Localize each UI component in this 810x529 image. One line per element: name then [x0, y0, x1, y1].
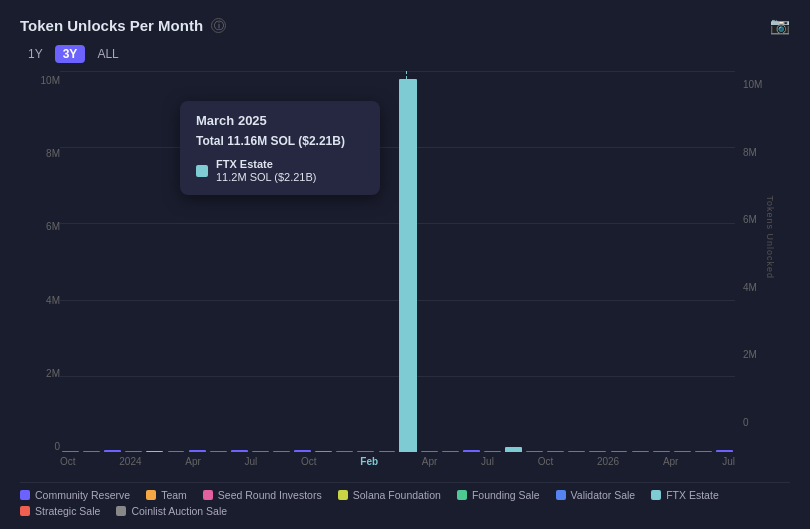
chart-canvas: March 2025 Total 11.16M SOL ($2.21B) FTX…: [60, 71, 735, 452]
bar-slot-4: [123, 71, 144, 452]
legend-dot-solana: [338, 490, 348, 500]
tooltip-total-label: Total: [196, 134, 224, 148]
y-label-6m: 6M: [46, 221, 60, 232]
legend-solana: Solana Foundation: [338, 489, 441, 501]
legend-dot-community: [20, 490, 30, 500]
y-right-numbers: 10M 8M 6M 4M 2M 0: [739, 75, 762, 452]
bar-slot-25: [566, 71, 587, 452]
title-row: Token Unlocks Per Month ⓘ: [20, 17, 226, 34]
x-label-apr2: Apr: [422, 456, 438, 467]
main-container: Token Unlocks Per Month ⓘ 📷 1Y 3Y ALL 10…: [0, 0, 810, 529]
tooltip-total-value: 11.16M SOL ($2.21B): [227, 134, 345, 148]
x-label-oct3: Oct: [538, 456, 554, 467]
legend-dot-seed: [203, 490, 213, 500]
bar-slot-32: [714, 71, 735, 452]
tooltip-item-name: FTX Estate: [216, 158, 316, 170]
y-label-4m: 4M: [46, 295, 60, 306]
legend-strategic: Strategic Sale: [20, 505, 100, 517]
y-label-2m: 2M: [46, 368, 60, 379]
bar-slot-18: [419, 71, 440, 452]
bar-slot-3: [102, 71, 123, 452]
legend-label-community: Community Reserve: [35, 489, 130, 501]
legend-dot-team: [146, 490, 156, 500]
bar-slot-26: [587, 71, 608, 452]
y-axis-right: 10M 8M 6M 4M 2M 0 Tokens Unlocked: [735, 71, 790, 476]
bar-slot-21: [482, 71, 503, 452]
time-filter-group: 1Y 3Y ALL: [20, 45, 790, 63]
legend-label-coinlist: Coinlist Auction Sale: [131, 505, 227, 517]
bar-slot-29: [651, 71, 672, 452]
y-label-10m: 10M: [41, 75, 60, 86]
bar-slot-28: [630, 71, 651, 452]
y-right-4m: 4M: [743, 282, 762, 293]
x-label-2024: 2024: [119, 456, 141, 467]
legend-dot-coinlist: [116, 506, 126, 516]
legend-ftx: FTX Estate: [651, 489, 719, 501]
legend-community-reserve: Community Reserve: [20, 489, 130, 501]
time-filter-all[interactable]: ALL: [89, 45, 126, 63]
chart-title: Token Unlocks Per Month: [20, 17, 203, 34]
x-label-jul: Jul: [245, 456, 258, 467]
x-label-feb: Feb: [360, 456, 378, 467]
bar-slot-24: [545, 71, 566, 452]
x-label-apr3: Apr: [663, 456, 679, 467]
x-axis-labels: Oct 2024 Apr Jul Oct Feb Apr Jul Oct 202…: [60, 456, 735, 467]
x-axis: Oct 2024 Apr Jul Oct Feb Apr Jul Oct 202…: [60, 452, 735, 476]
legend-dot-strategic: [20, 506, 30, 516]
time-filter-3y[interactable]: 3Y: [55, 45, 86, 63]
camera-icon[interactable]: 📷: [770, 16, 790, 35]
x-label-jul2: Jul: [481, 456, 494, 467]
tooltip-item-info: FTX Estate 11.2M SOL ($2.21B): [216, 158, 316, 183]
tooltip-item-value: 11.2M SOL ($2.21B): [216, 171, 316, 183]
tooltip-item-ftx: FTX Estate 11.2M SOL ($2.21B): [196, 158, 364, 183]
chart-legend: Community Reserve Team Seed Round Invest…: [20, 482, 790, 517]
bar-slot-19: [440, 71, 461, 452]
bars-container: [60, 71, 735, 452]
y-right-6m: 6M: [743, 214, 762, 225]
tooltip-month: March 2025: [196, 113, 364, 128]
tooltip-total: Total 11.16M SOL ($2.21B): [196, 134, 364, 148]
legend-label-strategic: Strategic Sale: [35, 505, 100, 517]
x-label-jul3: Jul: [722, 456, 735, 467]
y-right-label: Tokens Unlocked: [765, 195, 775, 279]
legend-label-founding: Founding Sale: [472, 489, 540, 501]
legend-label-seed: Seed Round Investors: [218, 489, 322, 501]
legend-label-solana: Solana Foundation: [353, 489, 441, 501]
legend-dot-founding: [457, 490, 467, 500]
bar-slot-feb2025: [398, 71, 419, 452]
tooltip-dotted-line: [406, 71, 407, 428]
y-label-8m: 8M: [46, 148, 60, 159]
legend-label-team: Team: [161, 489, 187, 501]
chart-area: 10M 8M 6M 4M 2M 0: [20, 71, 790, 476]
y-right-8m: 8M: [743, 147, 762, 158]
chart-header: Token Unlocks Per Month ⓘ 📷: [20, 16, 790, 35]
bar-slot-22: [503, 71, 524, 452]
bar-slot-27: [608, 71, 629, 452]
legend-coinlist: Coinlist Auction Sale: [116, 505, 227, 517]
legend-founding: Founding Sale: [457, 489, 540, 501]
bar-slot-1: [60, 71, 81, 452]
chart-inner: March 2025 Total 11.16M SOL ($2.21B) FTX…: [60, 71, 735, 476]
x-label-oct2: Oct: [301, 456, 317, 467]
legend-dot-validator: [556, 490, 566, 500]
legend-seed: Seed Round Investors: [203, 489, 322, 501]
x-label-2026: 2026: [597, 456, 619, 467]
bar-slot-23: [524, 71, 545, 452]
y-axis-left: 10M 8M 6M 4M 2M 0: [20, 71, 60, 476]
legend-label-validator: Validator Sale: [571, 489, 636, 501]
y-right-2m: 2M: [743, 349, 762, 360]
tooltip-swatch-ftx: [196, 165, 208, 177]
bar-slot-30: [672, 71, 693, 452]
bar-slot-5: [144, 71, 165, 452]
legend-validator: Validator Sale: [556, 489, 636, 501]
bar-slot-20: [461, 71, 482, 452]
y-right-0: 0: [743, 417, 762, 428]
chart-tooltip: March 2025 Total 11.16M SOL ($2.21B) FTX…: [180, 101, 380, 195]
bar-slot-2: [81, 71, 102, 452]
bar-slot-31: [693, 71, 714, 452]
info-icon[interactable]: ⓘ: [211, 18, 226, 33]
y-right-10m: 10M: [743, 79, 762, 90]
time-filter-1y[interactable]: 1Y: [20, 45, 51, 63]
legend-team: Team: [146, 489, 187, 501]
x-label-apr: Apr: [185, 456, 201, 467]
